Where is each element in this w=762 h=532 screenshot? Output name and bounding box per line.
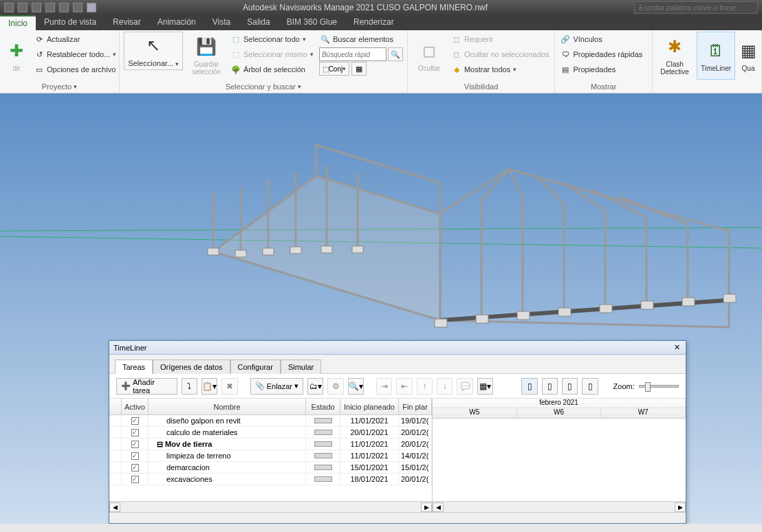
- columns-button[interactable]: ▦▾: [477, 378, 493, 395]
- status-bar-icon: [314, 418, 332, 423]
- col-activo[interactable]: Activo: [122, 399, 149, 414]
- gantt-hscroll[interactable]: ◀ ▶: [433, 501, 686, 512]
- view3-button[interactable]: ▯: [562, 378, 578, 395]
- gantt-week-label: W5: [433, 408, 517, 418]
- tl-tab-origenes[interactable]: Orígenes de datos: [153, 359, 230, 374]
- plus-icon: ✚: [6, 40, 28, 62]
- collapse-icon[interactable]: ⊟: [157, 440, 163, 449]
- restablecer-button[interactable]: ↺Restablecer todo...: [33, 47, 118, 62]
- close-icon[interactable]: ✕: [672, 343, 682, 353]
- help-search-input[interactable]: [634, 1, 758, 14]
- movedown-button: ↓: [437, 378, 453, 395]
- table-row[interactable]: ✓⊟Mov de tierra11/01/202120/01/2(: [109, 439, 432, 450]
- col-estado[interactable]: Estado: [306, 399, 340, 414]
- prop-rapidas-button[interactable]: 🗨Propiedades rápidas: [559, 47, 644, 62]
- buscar-elementos-button[interactable]: 🔍Buscar elementos: [319, 32, 403, 47]
- view2-button[interactable]: ▯: [542, 378, 558, 395]
- timeliner-tabs: Tareas Orígenes de datos Configurar Simu…: [109, 355, 686, 374]
- seleccionar-button[interactable]: ↖ Seleccionar...: [124, 32, 183, 70]
- open-icon[interactable]: [18, 3, 28, 12]
- seleccionar-todo-button[interactable]: ⬚Seleccionar todo: [230, 32, 315, 47]
- conjuntos-button[interactable]: ⬚Conj: [319, 62, 349, 76]
- col-inicio[interactable]: Inicio planeado: [340, 399, 399, 414]
- svg-rect-31: [517, 311, 530, 320]
- vinculos-button[interactable]: 🔗Vínculos: [559, 32, 644, 47]
- zoom-slider[interactable]: [639, 385, 679, 388]
- ocultar-button: ◻ Ocultar: [412, 32, 446, 80]
- table-row[interactable]: ✓excavaciones18/01/202120/01/2(: [109, 474, 432, 485]
- group-proyecto-label[interactable]: Proyecto: [4, 80, 115, 93]
- scroll-right-icon[interactable]: ▶: [675, 502, 686, 512]
- props-icon: ▤: [560, 65, 570, 74]
- checkbox-icon[interactable]: ✓: [131, 452, 139, 460]
- checkbox-icon[interactable]: ✓: [131, 464, 139, 472]
- hide-icon: ◻: [418, 40, 440, 62]
- attach-button[interactable]: 📎Enlazar▾: [250, 378, 303, 395]
- scroll-left-icon[interactable]: ◀: [109, 502, 120, 512]
- svg-rect-35: [682, 298, 695, 306]
- tl-tab-configurar[interactable]: Configurar: [230, 359, 281, 374]
- tab-inicio[interactable]: Inicio: [0, 15, 36, 30]
- svg-rect-24: [235, 250, 246, 257]
- timeliner-button[interactable]: 🗓 TimeLiner: [697, 32, 735, 80]
- add-button[interactable]: ✚ dir: [4, 32, 29, 80]
- insert-task-button[interactable]: ⤵: [182, 378, 197, 395]
- refresh-icon[interactable]: [73, 3, 83, 12]
- quick-find-input[interactable]: [319, 47, 387, 61]
- tab-salida[interactable]: Salida: [239, 15, 278, 30]
- scroll-right-icon[interactable]: ▶: [421, 502, 432, 512]
- tab-animacion[interactable]: Animación: [149, 15, 204, 30]
- tab-vista[interactable]: Vista: [204, 15, 239, 30]
- checkbox-icon[interactable]: ✓: [131, 429, 139, 436]
- view1-button[interactable]: ▯: [521, 378, 537, 395]
- actualizar-button[interactable]: ⟳Actualizar: [33, 32, 118, 47]
- require-icon: ◻: [452, 34, 461, 44]
- tl-tab-simular[interactable]: Simular: [281, 359, 321, 374]
- scroll-left-icon[interactable]: ◀: [433, 502, 444, 512]
- tab-revisar[interactable]: Revisar: [105, 15, 149, 30]
- checkbox-icon[interactable]: ✓: [131, 417, 139, 425]
- view4-button[interactable]: ▯: [582, 378, 598, 395]
- timeliner-titlebar[interactable]: TimeLiner ✕: [109, 341, 686, 355]
- add-task-button[interactable]: ➕Añadir tarea: [116, 378, 177, 395]
- group-seleccionar-label[interactable]: Seleccionar y buscar: [124, 80, 403, 93]
- tab-punto-de-vista[interactable]: Punto de vista: [36, 15, 105, 30]
- checkbox-icon[interactable]: ✓: [131, 441, 139, 448]
- gantt-chart[interactable]: febrero 2021 W5W6W7 ◀ ▶: [433, 399, 686, 512]
- opciones-archivo-button[interactable]: ▭Opciones de archivo: [33, 62, 118, 77]
- mostrar-todos-button[interactable]: ◆Mostrar todos: [450, 62, 551, 77]
- find-items-button[interactable]: 🔍▾: [348, 378, 364, 395]
- table-row[interactable]: ✓demarcacion15/01/202115/01/2(: [109, 462, 432, 474]
- svg-line-21: [619, 197, 688, 224]
- find-go-button[interactable]: 🔍: [388, 47, 403, 61]
- select-icon[interactable]: [87, 3, 96, 12]
- arbol-seleccion-button[interactable]: 🌳Árbol de selección: [230, 62, 315, 77]
- checkbox-icon[interactable]: ✓: [131, 476, 139, 483]
- table-row[interactable]: ✓diseño galpon en revit11/01/202119/01/2…: [109, 415, 432, 427]
- save-icon[interactable]: [32, 3, 41, 12]
- table-row[interactable]: ✓limpieza de terreno11/01/202114/01/2(: [109, 450, 432, 462]
- quantification-button[interactable]: ▦ Qua: [739, 32, 757, 80]
- clash-detective-button[interactable]: ✱ ClashDetective: [657, 32, 693, 80]
- tab-bim360[interactable]: BIM 360 Glue: [279, 15, 345, 30]
- svg-rect-32: [558, 308, 571, 316]
- hide-unselected-icon: ◻: [452, 49, 461, 59]
- app-menu-icon[interactable]: [4, 3, 14, 12]
- task-hscroll[interactable]: ◀ ▶: [109, 501, 432, 512]
- table-row[interactable]: ✓calculo de materiales20/01/202120/01/2(: [109, 427, 432, 439]
- svg-line-19: [564, 183, 605, 210]
- sets-extra-button[interactable]: ▦: [351, 62, 367, 76]
- col-nombre[interactable]: Nombre: [149, 399, 306, 414]
- tree-icon: 🌳: [231, 65, 241, 74]
- outdent-button: ⇤: [396, 378, 412, 395]
- undo-icon[interactable]: [45, 3, 55, 12]
- datasource-button[interactable]: 🗂▾: [307, 378, 323, 395]
- timeliner-footer-scroll[interactable]: [109, 512, 686, 523]
- tl-tab-tareas[interactable]: Tareas: [115, 359, 153, 374]
- redo-icon[interactable]: [59, 3, 69, 12]
- auto-add-button[interactable]: 📋▾: [202, 378, 217, 395]
- delete-task-button: ✖: [221, 378, 237, 395]
- col-fin[interactable]: Fin plar: [399, 399, 432, 414]
- tab-renderizar[interactable]: Renderizar: [345, 15, 402, 30]
- propiedades-button[interactable]: ▤Propiedades: [559, 62, 644, 77]
